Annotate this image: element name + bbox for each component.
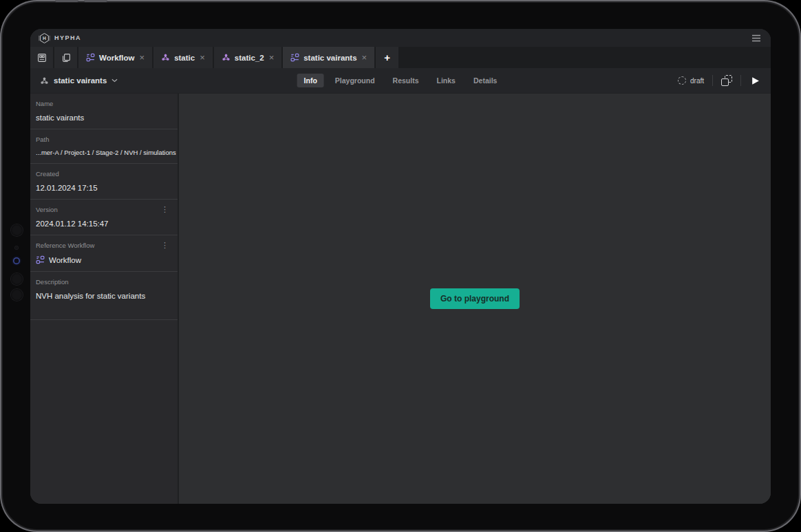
field-version: Version ⋮ 2024.01.12 14:15:47 [30,200,178,235]
field-label: Description [36,278,69,286]
field-value: 12.01.2024 17:15 [36,184,171,192]
field-value[interactable]: static vairants [36,114,171,122]
field-created: Created 12.01.2024 17:15 [30,164,178,200]
field-label: Created [36,170,59,178]
volume-down-button [84,0,107,2]
app-logo: H HYPHA [39,32,81,44]
workflow-icon [36,255,45,264]
tab-grid-view[interactable] [30,47,53,68]
tab-playground[interactable]: Playground [328,74,382,87]
tab-close-icon[interactable]: × [362,53,367,62]
tab-bar: Workflow × static × static_2 × [30,47,771,68]
tab-label: static_2 [235,54,264,62]
tab-details[interactable]: Details [467,74,504,87]
field-label: Reference Workflow [36,242,94,249]
svg-text:H: H [43,35,46,40]
reference-workflow-link[interactable]: Workflow [36,255,171,264]
tab-info[interactable]: Info [297,74,324,87]
variants-icon [222,53,231,62]
field-name: Name static vairants [30,94,178,129]
content-area: Name static vairants Path ...mer-A / Pro… [30,94,771,504]
camera-sensor-blue [13,257,20,264]
field-value[interactable]: ...mer-A / Project-1 / Stage-2 / NVH / s… [36,149,171,156]
view-nav-tabs: Info Playground Results Links Details [297,68,504,93]
tab-label: static vairants [303,54,356,62]
hypha-hexagon-logo-icon: H [39,32,50,44]
tab-workflow[interactable]: Workflow × [78,47,152,68]
grid-view-icon [37,53,47,63]
info-sidebar: Name static vairants Path ...mer-A / Pro… [30,94,179,504]
camera-microphone-dot [15,246,18,249]
app-screen: H HYPHA [30,29,771,504]
status-label: draft [690,77,704,85]
variants-icon [161,53,170,62]
hamburger-menu-icon[interactable] [750,33,762,43]
toolbar-divider [712,75,713,86]
camera-lens-top [11,224,23,236]
kebab-menu-icon[interactable]: ⋮ [159,206,171,213]
volume-up-button [55,0,78,2]
duplicate-icon[interactable] [721,75,732,86]
main-panel: Go to playground [179,94,771,504]
chevron-down-icon [111,78,118,83]
tab-file-explorer[interactable] [54,47,77,68]
add-tab-button[interactable]: + [376,47,398,68]
top-app-bar: H HYPHA [30,29,771,47]
workflow-selector-dropdown[interactable]: static vairants [40,76,118,85]
field-label: Version [36,206,58,213]
field-value[interactable]: 2024.01.12 14:15:47 [36,220,171,228]
toolbar: static vairants Info Playground Results … [30,68,771,94]
tab-static[interactable]: static × [153,47,213,68]
tab-static-2[interactable]: static_2 × [214,47,281,68]
field-description: Description NVH analysis for static vari… [30,272,178,320]
toolbar-divider [740,75,741,86]
go-to-playground-button[interactable]: Go to playground [430,288,520,309]
tab-static-vairants-active[interactable]: static vairants × [283,47,374,68]
play-icon [751,76,760,85]
tab-links[interactable]: Links [430,74,462,87]
tab-label: Workflow [99,54,135,62]
tablet-device-frame: H HYPHA [0,0,801,532]
tab-results[interactable]: Results [386,74,426,87]
draft-status-icon [678,76,686,85]
field-path: Path ...mer-A / Project-1 / Stage-2 / NV… [30,129,178,164]
field-value: Workflow [49,256,81,264]
tab-close-icon[interactable]: × [269,53,275,62]
field-label: Name [36,100,53,107]
file-explorer-icon [61,53,71,63]
status-badge[interactable]: draft [678,76,704,85]
kebab-menu-icon[interactable]: ⋮ [159,242,171,249]
selector-label: static vairants [54,76,107,85]
tab-close-icon[interactable]: × [200,53,205,62]
field-label: Path [36,136,50,143]
camera-lens-middle [11,273,23,285]
workflow-icon [290,53,299,62]
run-button[interactable] [749,75,761,87]
tab-label: static [174,54,195,62]
toolbar-right-group: draft [678,75,761,87]
workflow-icon [86,53,95,62]
field-value[interactable]: NVH analysis for static variants [36,292,171,300]
app-logo-text: HYPHA [54,34,81,41]
variants-icon [40,76,49,85]
field-reference-workflow: Reference Workflow ⋮ Workflow [30,235,178,272]
camera-lens-bottom [11,289,23,301]
tab-close-icon[interactable]: × [140,53,145,62]
